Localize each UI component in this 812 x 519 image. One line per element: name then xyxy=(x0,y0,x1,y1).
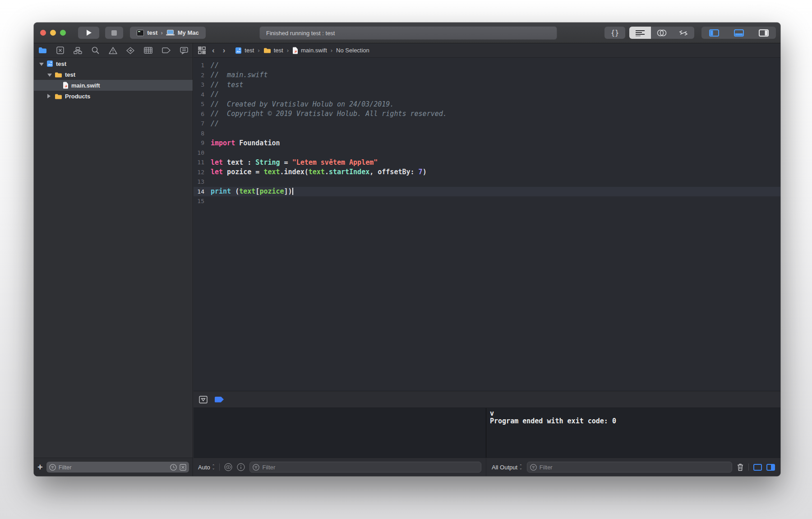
info-icon[interactable] xyxy=(237,463,245,471)
show-variables-view-button[interactable] xyxy=(753,464,762,471)
tree-item-test[interactable]: test xyxy=(34,69,193,80)
code-text: let pozice = text.index(text.startIndex,… xyxy=(211,168,427,176)
filter-icon xyxy=(530,464,537,471)
test-navigator-icon[interactable] xyxy=(126,47,134,54)
tree-item-test[interactable]: test xyxy=(34,58,193,69)
console-filter-input[interactable]: Filter xyxy=(527,462,732,473)
forward-button[interactable]: › xyxy=(221,46,227,55)
left-panel-icon xyxy=(709,29,719,37)
toggle-navigator-panel-button[interactable] xyxy=(701,27,726,39)
destination-mac-icon xyxy=(166,30,175,36)
close-window-button[interactable] xyxy=(40,30,46,36)
code-line-6[interactable]: 6// Copyright © 2019 Vratislav Holub. Al… xyxy=(194,109,780,119)
editor-area: ‹ › test›test›main.swift›No Selection 1/… xyxy=(194,43,780,476)
breadcrumb-label: test xyxy=(245,47,254,54)
source-control-status-icon[interactable] xyxy=(180,464,186,471)
standard-editor-button[interactable] xyxy=(629,27,651,39)
hide-debug-area-icon[interactable] xyxy=(199,396,208,403)
code-line-15[interactable]: 15 xyxy=(194,196,780,206)
debug-console-area: vProgram ended with exit code: 0 xyxy=(194,408,780,458)
variables-scope-popup[interactable]: Auto ⌃⌄ xyxy=(198,464,215,471)
code-line-2[interactable]: 2// main.swift xyxy=(194,70,780,80)
code-line-9[interactable]: 9import Foundation xyxy=(194,138,780,148)
navigator-filter-input[interactable]: Filter xyxy=(46,462,189,473)
breadcrumb-label: main.swift xyxy=(301,47,327,54)
tree-item-main-swift[interactable]: main.swift xyxy=(34,80,193,91)
line-number: 6 xyxy=(194,111,211,117)
code-line-8[interactable]: 8 xyxy=(194,129,780,139)
version-editor-button[interactable] xyxy=(673,27,694,39)
tree-item-label: test xyxy=(65,71,75,78)
project-icon xyxy=(235,47,242,54)
recent-files-clock-icon[interactable] xyxy=(170,464,177,471)
report-navigator-icon[interactable] xyxy=(180,47,188,54)
breadcrumb-item-no-selection[interactable]: No Selection xyxy=(336,47,369,54)
tree-item-products[interactable]: Products xyxy=(34,91,193,102)
console-output-popup[interactable]: All Output ⌃⌄ xyxy=(492,464,522,471)
project-file-tree: testtestmain.swiftProducts xyxy=(34,58,193,458)
zoom-window-button[interactable] xyxy=(60,30,66,36)
code-line-12[interactable]: 12let pozice = text.index(text.startInde… xyxy=(194,167,780,177)
code-text: // xyxy=(211,120,219,128)
code-line-1[interactable]: 1// xyxy=(194,60,780,70)
scheme-target-icon xyxy=(137,30,144,36)
code-line-7[interactable]: 7// xyxy=(194,119,780,129)
clear-console-trash-icon[interactable] xyxy=(737,463,744,471)
symbol-navigator-icon[interactable] xyxy=(74,47,82,54)
toggle-inspector-panel-button[interactable] xyxy=(751,27,776,39)
debug-navigator-icon[interactable] xyxy=(144,47,152,54)
variables-filter-input[interactable]: Filter xyxy=(249,462,481,473)
breakpoint-navigator-icon[interactable] xyxy=(162,47,171,53)
code-text: // main.swift xyxy=(211,71,268,79)
code-text: print (text[pozice]) xyxy=(211,187,293,195)
scheme-chevron: › xyxy=(161,29,162,36)
scheme-selector[interactable]: test › My Mac xyxy=(130,27,206,39)
breadcrumb-item-main-swift[interactable]: main.swift xyxy=(292,47,327,54)
breadcrumb-label: No Selection xyxy=(336,47,369,54)
text-lines-icon xyxy=(636,30,645,36)
code-line-5[interactable]: 5// Created by Vratislav Holub on 24/03/… xyxy=(194,99,780,109)
console-line: Program ended with exit code: 0 xyxy=(490,417,777,425)
run-button[interactable] xyxy=(78,27,99,39)
console-line: v xyxy=(490,410,777,417)
breadcrumb-item-test[interactable]: test xyxy=(263,47,283,54)
library-button[interactable]: {} xyxy=(604,27,625,39)
code-line-14[interactable]: 14print (text[pozice]) xyxy=(194,187,780,197)
disclosure-triangle-icon[interactable] xyxy=(47,94,52,98)
code-line-11[interactable]: 11let text : String = "Letem světem Appl… xyxy=(194,158,780,167)
swift-icon xyxy=(63,82,69,89)
code-line-10[interactable]: 10 xyxy=(194,148,780,158)
quicklook-eye-icon[interactable] xyxy=(224,463,232,471)
line-number: 5 xyxy=(194,101,211,107)
debug-area-bar xyxy=(194,391,780,408)
show-console-view-button[interactable] xyxy=(766,464,775,471)
breadcrumb-separator: › xyxy=(287,47,289,54)
source-control-navigator-icon[interactable] xyxy=(56,46,64,54)
disclosure-triangle-icon[interactable] xyxy=(47,74,52,77)
console-output-label: All Output xyxy=(492,464,517,471)
code-line-3[interactable]: 3// test xyxy=(194,80,780,90)
breakpoints-toggle-icon[interactable] xyxy=(215,397,224,403)
minimize-window-button[interactable] xyxy=(50,30,56,36)
console-output[interactable]: vProgram ended with exit code: 0 xyxy=(486,408,780,458)
project-navigator-icon[interactable] xyxy=(38,47,47,54)
navigator-tab-bar xyxy=(34,43,193,58)
toggle-debug-panel-button[interactable] xyxy=(726,27,751,39)
code-text: // Copyright © 2019 Vratislav Holub. All… xyxy=(211,110,447,118)
back-button[interactable]: ‹ xyxy=(210,46,217,55)
line-number: 2 xyxy=(194,72,211,79)
code-line-4[interactable]: 4// xyxy=(194,90,780,100)
breadcrumb-item-test[interactable]: test xyxy=(235,47,254,54)
breadcrumb-separator: › xyxy=(258,47,259,54)
stop-button[interactable] xyxy=(105,27,123,39)
source-code-editor[interactable]: 1//2// main.swift3// test4//5// Created … xyxy=(194,58,780,391)
assistant-editor-button[interactable] xyxy=(651,27,673,39)
issue-navigator-icon[interactable] xyxy=(109,47,117,54)
disclosure-triangle-icon[interactable] xyxy=(39,63,44,66)
add-item-button[interactable]: + xyxy=(37,463,43,472)
xcode-window: test › My Mac Finished running test : te… xyxy=(34,23,780,476)
search-navigator-icon[interactable] xyxy=(92,46,99,54)
variables-view[interactable] xyxy=(194,408,486,458)
code-line-13[interactable]: 13 xyxy=(194,177,780,187)
related-items-icon[interactable] xyxy=(198,46,206,54)
